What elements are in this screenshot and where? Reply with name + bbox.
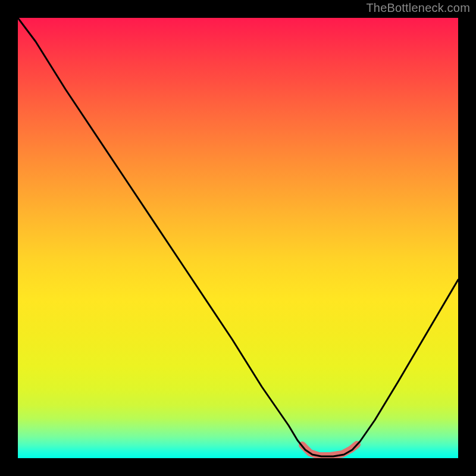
plot-area <box>18 18 458 458</box>
curve-layer <box>18 18 458 458</box>
bottleneck-curve-path <box>18 18 458 456</box>
chart-frame: TheBottleneck.com <box>0 0 476 476</box>
watermark-text: TheBottleneck.com <box>366 1 470 15</box>
